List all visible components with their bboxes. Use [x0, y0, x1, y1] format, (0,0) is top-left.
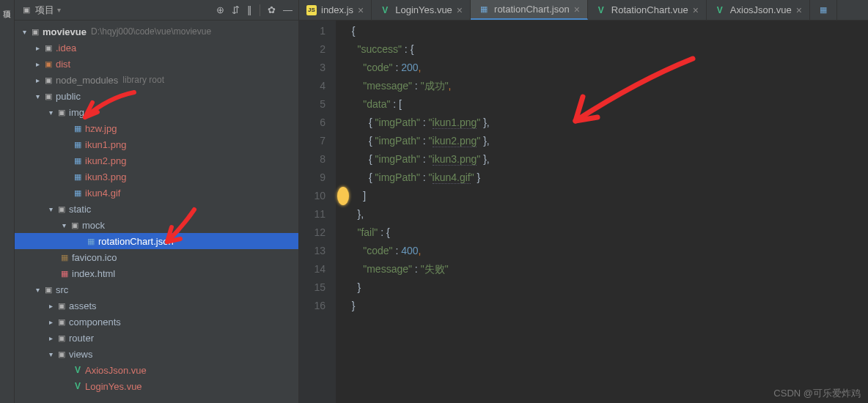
tree-file[interactable]: ▦ikun3.png	[15, 169, 298, 185]
tree-root[interactable]: ▾ ▣ movievue D:\hqyj000\code\vue\movievu…	[15, 23, 298, 40]
tree-item-node-modules[interactable]: ▸ ▣ node_modules library root	[15, 72, 298, 88]
project-tree[interactable]: ▾ ▣ movievue D:\hqyj000\code\vue\movievu…	[15, 21, 298, 403]
expand-icon[interactable]: ⇵	[232, 4, 240, 16]
json-icon: ▦	[85, 235, 97, 247]
tree-item-static[interactable]: ▾ ▣ static	[15, 201, 298, 217]
tree-file-vue[interactable]: VLoginYes.vue	[15, 378, 298, 394]
project-icon: ▣	[21, 4, 32, 16]
html-icon: ▦	[59, 267, 70, 279]
tab-axios-json[interactable]: VAxiosJson.vue×	[707, 0, 810, 20]
tree-file[interactable]: ▦ikun1.png	[15, 136, 298, 152]
dropdown-icon: ▾	[57, 6, 61, 14]
code-content[interactable]: { "success" : { "code" : 200, "message" …	[336, 21, 490, 403]
close-icon[interactable]: ×	[457, 4, 463, 16]
tab-rotation-chart-vue[interactable]: VRotationChart.vue×	[588, 0, 707, 20]
folder-icon: ▣	[56, 300, 67, 311]
tree-item-router[interactable]: ▸▣router	[15, 330, 298, 346]
chevron-down-icon[interactable]: ▾	[32, 92, 43, 100]
tree-file-rotation-chart[interactable]: ▦ rotationChart.json	[15, 233, 298, 249]
folder-icon: ▣	[56, 348, 67, 360]
tree-file-vue[interactable]: VAxiosJson.vue	[15, 362, 298, 378]
close-icon[interactable]: ×	[358, 4, 364, 16]
tree-file[interactable]: ▦ikun4.gif	[15, 185, 298, 201]
tab-rotation-chart[interactable]: ▦rotationChart.json×	[471, 0, 588, 20]
code-line: ]	[343, 187, 490, 205]
tree-file-favicon[interactable]: ▦favicon.ico	[15, 249, 298, 265]
code-line: {	[343, 22, 490, 40]
chevron-right-icon[interactable]: ▸	[32, 76, 43, 84]
chevron-down-icon[interactable]: ▾	[45, 205, 56, 213]
watermark: CSDN @可乐爱炸鸡	[773, 387, 861, 400]
split-icon[interactable]: ‖	[247, 4, 252, 16]
editor-tabs: JSindex.js× VLoginYes.vue× ▦rotationChar…	[299, 0, 868, 21]
js-icon: JS	[306, 5, 317, 15]
code-line: "data" : [	[343, 95, 490, 114]
code-line: "code" : 400,	[343, 242, 490, 260]
sidebar-tools: ⊕ ⇵ ‖ ✿ —	[216, 4, 293, 16]
folder-icon: ▣	[43, 284, 54, 295]
code-line: { "imgPath" : "ikun3.png" },	[343, 150, 490, 169]
line-gutter: 1234 5678 9101112 13141516	[299, 21, 336, 403]
tree-item-public[interactable]: ▾ ▣ public	[15, 88, 298, 104]
image-icon: ▦	[72, 138, 84, 150]
vue-icon: V	[714, 4, 726, 16]
folder-icon: ▣	[43, 74, 54, 86]
close-icon[interactable]: ×	[796, 4, 802, 16]
code-line: "code" : 200,	[343, 59, 490, 77]
image-icon: ▦	[72, 187, 84, 199]
tab-login-yes[interactable]: VLoginYes.vue×	[372, 0, 471, 20]
tree-file-index-html[interactable]: ▦index.html	[15, 265, 298, 281]
chevron-down-icon[interactable]: ▾	[59, 221, 69, 229]
tree-file[interactable]: ▦hzw.jpg	[15, 120, 298, 136]
folder-icon: ▣	[56, 106, 67, 118]
vue-icon: V	[72, 380, 84, 392]
chevron-right-icon[interactable]: ▸	[45, 334, 56, 342]
tab-overflow[interactable]: ▦	[810, 0, 837, 20]
code-line: "success" : {	[343, 40, 490, 59]
project-tool-window-stripe[interactable]: 项目	[0, 0, 15, 403]
tree-item-components[interactable]: ▸▣components	[15, 314, 298, 330]
tree-item-img[interactable]: ▾ ▣ img	[15, 104, 298, 120]
close-icon[interactable]: ×	[693, 4, 699, 16]
chevron-right-icon[interactable]: ▸	[45, 302, 56, 310]
file-icon: ▦	[59, 251, 70, 263]
gear-icon[interactable]: ✿	[268, 4, 276, 16]
folder-icon: ▣	[69, 219, 81, 231]
chevron-right-icon[interactable]: ▸	[45, 318, 56, 326]
image-icon: ▦	[72, 171, 84, 182]
chevron-down-icon[interactable]: ▾	[45, 108, 56, 117]
folder-icon: ▣	[43, 42, 54, 53]
code-editor[interactable]: 1234 5678 9101112 13141516 { "success" :…	[299, 21, 868, 403]
sidebar-title[interactable]: ▣ 项目 ▾	[21, 4, 212, 17]
chevron-right-icon[interactable]: ▸	[32, 60, 43, 68]
tree-item-dist[interactable]: ▸ ▣ dist	[15, 56, 298, 72]
code-line: "fail" : {	[343, 223, 490, 242]
code-line: { "imgPath" : "ikun1.png" },	[343, 114, 490, 132]
code-line: "message" : "失败"	[343, 260, 490, 278]
code-line: }	[343, 297, 490, 315]
tree-item-views[interactable]: ▾▣views	[15, 346, 298, 362]
code-line: "message" : "成功",	[343, 77, 490, 95]
code-line: { "imgPath" : "ikun4.gif" }	[343, 169, 490, 187]
hide-icon[interactable]: —	[283, 4, 293, 16]
tab-index-js[interactable]: JSindex.js×	[299, 0, 372, 20]
chevron-down-icon[interactable]: ▾	[19, 28, 29, 36]
tree-item-assets[interactable]: ▸▣assets	[15, 297, 298, 314]
intention-bulb-icon[interactable]	[337, 187, 349, 205]
tree-item-mock[interactable]: ▾ ▣ mock	[15, 217, 298, 233]
json-icon: ▦	[478, 4, 490, 15]
folder-icon: ▣	[56, 316, 67, 328]
tree-item-idea[interactable]: ▸ ▣ .idea	[15, 40, 298, 56]
tree-item-src[interactable]: ▾ ▣ src	[15, 281, 298, 297]
editor-area: JSindex.js× VLoginYes.vue× ▦rotationChar…	[299, 0, 868, 403]
chevron-down-icon[interactable]: ▾	[32, 286, 43, 294]
code-line: }	[343, 278, 490, 297]
locate-icon[interactable]: ⊕	[216, 4, 224, 16]
chevron-right-icon[interactable]: ▸	[32, 44, 43, 52]
close-icon[interactable]: ×	[574, 4, 580, 15]
tree-file[interactable]: ▦ikun2.png	[15, 152, 298, 169]
folder-icon: ▣	[43, 58, 54, 70]
folder-icon: ▣	[43, 90, 54, 102]
chevron-down-icon[interactable]: ▾	[45, 350, 56, 358]
code-line: },	[343, 205, 490, 223]
